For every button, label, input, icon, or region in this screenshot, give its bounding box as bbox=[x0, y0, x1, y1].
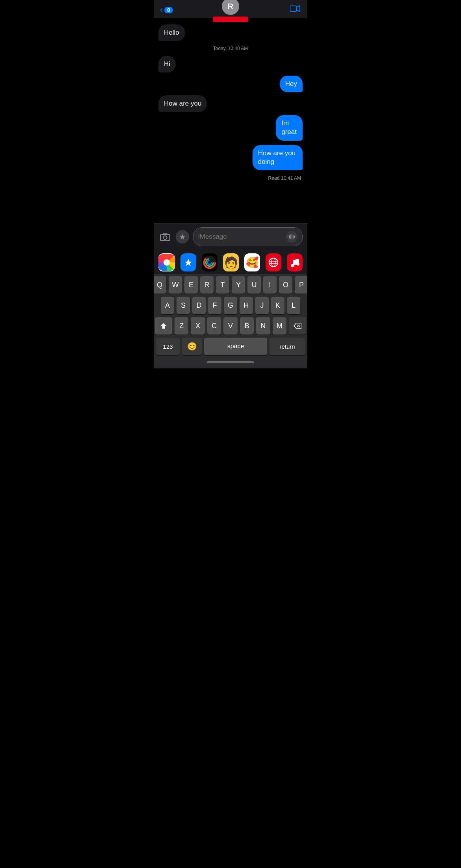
contact-name-bar bbox=[213, 17, 248, 22]
key-x[interactable]: X bbox=[191, 317, 204, 335]
key-j[interactable]: J bbox=[255, 297, 269, 314]
keyboard: Q W E R T Y U I O P A S D F G H J K L Z … bbox=[154, 274, 307, 368]
keyboard-row-3: Z X C V B N M bbox=[155, 317, 306, 335]
key-v[interactable]: V bbox=[223, 317, 237, 335]
svg-rect-4 bbox=[289, 235, 290, 238]
key-l[interactable]: L bbox=[287, 297, 300, 314]
key-u[interactable]: U bbox=[247, 276, 261, 294]
read-receipt: Read 10:41 AM bbox=[268, 175, 301, 181]
video-call-button[interactable] bbox=[290, 5, 301, 15]
svg-rect-8 bbox=[294, 236, 295, 238]
incoming-bubble: Hello bbox=[158, 24, 185, 41]
svg-rect-5 bbox=[290, 234, 291, 239]
key-o[interactable]: O bbox=[279, 276, 292, 294]
emoji-key[interactable]: 😊 bbox=[182, 338, 202, 355]
incoming-bubble: How are you bbox=[158, 95, 207, 112]
key-t[interactable]: T bbox=[216, 276, 229, 294]
home-indicator-area bbox=[155, 357, 306, 368]
message-input[interactable] bbox=[198, 233, 283, 241]
photos-app-icon[interactable] bbox=[158, 253, 175, 271]
message-row: How are you doing bbox=[236, 145, 303, 170]
fitness-dock-icon[interactable] bbox=[202, 253, 217, 271]
keyboard-row-1: Q W E R T Y U I O P bbox=[155, 276, 306, 294]
key-n[interactable]: N bbox=[256, 317, 270, 335]
input-area bbox=[154, 223, 307, 250]
key-d[interactable]: D bbox=[192, 297, 206, 314]
message-input-wrapper[interactable] bbox=[193, 227, 303, 246]
backspace-key[interactable] bbox=[289, 317, 306, 335]
contact-header[interactable]: R bbox=[213, 0, 248, 22]
key-f[interactable]: F bbox=[208, 297, 221, 314]
svg-point-18 bbox=[296, 262, 299, 266]
svg-point-14 bbox=[271, 258, 275, 267]
key-b[interactable]: B bbox=[240, 317, 254, 335]
message-row: Hello bbox=[158, 24, 303, 41]
key-g[interactable]: G bbox=[224, 297, 237, 314]
key-i[interactable]: I bbox=[263, 276, 277, 294]
camera-button[interactable] bbox=[158, 230, 172, 243]
key-z[interactable]: Z bbox=[175, 317, 188, 335]
svg-point-2 bbox=[164, 236, 167, 240]
outgoing-message-group: Im great How are you doing Read 10:41 AM bbox=[158, 115, 303, 180]
appstore-dock-icon[interactable] bbox=[180, 253, 196, 271]
key-h[interactable]: H bbox=[240, 297, 253, 314]
search-dock-icon[interactable] bbox=[266, 253, 281, 271]
svg-rect-0 bbox=[290, 6, 297, 11]
header: ‹ 8 R bbox=[154, 0, 307, 18]
svg-rect-6 bbox=[292, 234, 292, 240]
keyboard-bottom-row: 123 😊 space return bbox=[155, 338, 306, 357]
audio-button[interactable] bbox=[286, 231, 297, 243]
messages-area: Hello Today, 10:40 AM Hi Hey How are you… bbox=[154, 18, 307, 223]
memoji1-dock-icon[interactable]: 🧑 bbox=[223, 253, 239, 271]
key-m[interactable]: M bbox=[273, 317, 286, 335]
memoji2-dock-icon[interactable]: 🥰 bbox=[244, 253, 260, 271]
message-row: Im great bbox=[267, 115, 303, 140]
key-c[interactable]: C bbox=[207, 317, 221, 335]
outgoing-bubble: Im great bbox=[276, 115, 303, 140]
timestamp: Today, 10:40 AM bbox=[158, 46, 303, 51]
home-indicator bbox=[207, 361, 254, 363]
key-s[interactable]: S bbox=[177, 297, 190, 314]
keyboard-row-2: A S D F G H J K L bbox=[155, 297, 306, 314]
key-p[interactable]: P bbox=[295, 276, 307, 294]
incoming-bubble: Hi bbox=[158, 56, 176, 72]
svg-rect-1 bbox=[160, 234, 170, 241]
key-y[interactable]: Y bbox=[232, 276, 245, 294]
avatar: R bbox=[222, 0, 239, 15]
svg-point-17 bbox=[291, 264, 294, 267]
svg-point-13 bbox=[269, 258, 278, 267]
space-key[interactable]: space bbox=[204, 338, 267, 355]
key-k[interactable]: K bbox=[271, 297, 284, 314]
back-button[interactable]: ‹ 8 bbox=[160, 5, 173, 15]
outgoing-bubble: Hey bbox=[280, 76, 303, 92]
app-dock: 🧑 🥰 bbox=[154, 250, 307, 274]
message-row: Hey bbox=[158, 76, 303, 92]
svg-point-9 bbox=[203, 256, 216, 269]
key-w[interactable]: W bbox=[169, 276, 182, 294]
svg-rect-7 bbox=[293, 235, 294, 239]
outgoing-bubble: How are you doing bbox=[253, 145, 303, 170]
appstore-button[interactable] bbox=[176, 230, 189, 243]
key-e[interactable]: E bbox=[184, 276, 198, 294]
key-r[interactable]: R bbox=[200, 276, 214, 294]
music-dock-icon[interactable] bbox=[287, 253, 303, 271]
key-a[interactable]: A bbox=[161, 297, 174, 314]
back-badge: 8 bbox=[164, 7, 173, 13]
back-chevron-icon: ‹ bbox=[160, 5, 163, 15]
shift-key[interactable] bbox=[155, 317, 172, 335]
message-row: How are you bbox=[158, 95, 303, 112]
message-row: Hi bbox=[158, 56, 303, 72]
key-q[interactable]: Q bbox=[154, 276, 166, 294]
key-123[interactable]: 123 bbox=[156, 338, 180, 355]
return-key[interactable]: return bbox=[270, 338, 305, 355]
